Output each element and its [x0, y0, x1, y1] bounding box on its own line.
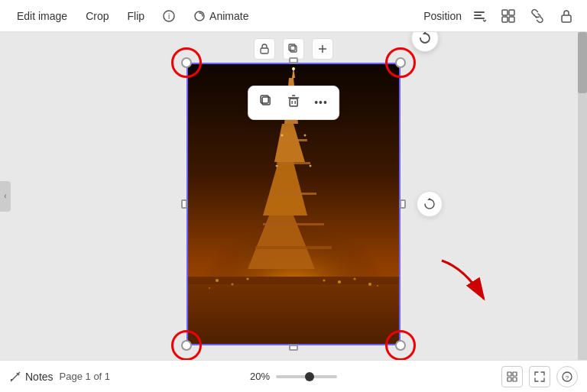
handle-top-right[interactable] [395, 57, 406, 68]
context-menu: ••• [248, 86, 339, 120]
svg-rect-50 [290, 99, 297, 106]
svg-point-34 [338, 280, 341, 283]
rotate-button[interactable] [411, 32, 439, 52]
add-icon [317, 44, 328, 54]
svg-rect-13 [261, 48, 268, 53]
svg-rect-5 [474, 18, 485, 19]
top-toolbar: Edit image Crop Flip i Animate Position [0, 0, 587, 32]
svg-point-42 [304, 134, 306, 136]
animate-icon [193, 10, 206, 22]
svg-point-39 [323, 279, 326, 281]
duplicate-icon [288, 44, 299, 54]
flip-label: Flip [128, 10, 145, 22]
svg-rect-12 [562, 15, 571, 22]
svg-rect-7 [509, 10, 514, 15]
rotate-side-button[interactable] [417, 191, 443, 217]
svg-rect-59 [508, 377, 511, 381]
help-button[interactable]: ? [556, 366, 578, 387]
svg-rect-58 [513, 372, 517, 376]
grid-bottom-button[interactable] [501, 366, 523, 387]
svg-point-43 [276, 164, 278, 167]
svg-rect-29 [277, 162, 310, 164]
canvas-area: ‹ [0, 32, 587, 360]
svg-rect-30 [280, 139, 307, 141]
handle-top-left[interactable] [181, 57, 192, 68]
handle-bottom-middle[interactable] [289, 345, 298, 351]
link-icon-btn[interactable] [526, 5, 549, 28]
context-more-button[interactable]: ••• [313, 95, 329, 110]
svg-rect-27 [263, 223, 324, 225]
right-scrollbar[interactable] [578, 32, 587, 360]
rotate-icon [418, 32, 432, 45]
svg-rect-26 [255, 246, 332, 249]
svg-point-31 [216, 279, 219, 282]
flip-button[interactable]: Flip [120, 5, 153, 27]
svg-point-35 [354, 277, 356, 280]
lock-icon-btn[interactable] [555, 5, 578, 28]
context-delete-button[interactable] [285, 92, 302, 113]
bottom-center: 20% [250, 371, 337, 382]
lock-small-icon [259, 44, 270, 54]
context-copy-button[interactable] [258, 92, 274, 113]
crop-button[interactable]: Crop [78, 5, 116, 27]
handle-top-middle[interactable] [289, 57, 298, 63]
crop-label: Crop [86, 10, 109, 22]
svg-rect-57 [508, 372, 511, 376]
handle-bottom-left[interactable] [181, 340, 192, 351]
zoom-level: 20% [250, 371, 270, 382]
expand-button[interactable] [529, 366, 550, 387]
svg-marker-47 [427, 198, 432, 200]
lock-icon [559, 9, 573, 23]
svg-point-40 [292, 67, 295, 70]
svg-text:i: i [168, 12, 170, 21]
text-align-icon-btn[interactable] [468, 5, 491, 28]
left-panel-toggle[interactable]: ‹ [0, 181, 11, 212]
svg-rect-4 [474, 15, 482, 16]
zoom-slider-thumb[interactable] [305, 372, 314, 381]
svg-rect-45 [186, 284, 401, 345]
handle-bottom-right[interactable] [395, 340, 406, 351]
svg-rect-6 [502, 10, 508, 15]
svg-point-41 [281, 134, 284, 136]
canvas-lock-btn[interactable] [254, 38, 275, 60]
zoom-slider[interactable] [276, 375, 337, 378]
edit-image-label: Edit image [17, 10, 67, 22]
rotate-side-icon [423, 198, 436, 210]
svg-rect-28 [271, 193, 316, 195]
bottom-toolbar: Notes Page 1 of 1 20% [0, 360, 587, 392]
scrollbar-thumb[interactable] [578, 32, 587, 93]
svg-rect-8 [502, 17, 508, 22]
red-arrow [434, 253, 495, 314]
svg-rect-9 [509, 17, 514, 22]
toolbar-right: Position [423, 5, 578, 28]
notes-label: Notes [25, 371, 54, 383]
bottom-left: Notes Page 1 of 1 [9, 371, 110, 383]
notes-icon [9, 371, 21, 383]
image-container[interactable]: ••• [186, 63, 401, 345]
svg-rect-14 [290, 46, 297, 52]
bottom-right: ? [501, 366, 578, 387]
notes-button[interactable]: Notes [9, 371, 54, 383]
svg-point-44 [310, 164, 312, 167]
grid-view-icon-btn[interactable] [497, 5, 520, 28]
svg-rect-15 [289, 44, 295, 50]
canvas-add-btn[interactable] [312, 38, 333, 60]
info-icon: i [163, 10, 175, 22]
expand-icon [534, 371, 545, 382]
animate-label: Animate [209, 10, 248, 22]
svg-line-11 [538, 14, 540, 16]
position-label: Position [423, 10, 462, 22]
handle-middle-right[interactable] [400, 199, 406, 209]
svg-point-33 [247, 277, 249, 280]
align-icon [472, 9, 486, 23]
animate-button[interactable]: Animate [186, 5, 256, 27]
link-icon [530, 9, 544, 23]
svg-rect-3 [474, 11, 485, 13]
grid-icon [501, 9, 515, 23]
svg-rect-60 [513, 377, 517, 381]
page-info: Page 1 of 1 [60, 371, 111, 382]
edit-image-button[interactable]: Edit image [9, 5, 75, 27]
handle-middle-left[interactable] [181, 199, 187, 209]
info-button[interactable]: i [155, 5, 183, 27]
svg-line-10 [534, 15, 537, 18]
